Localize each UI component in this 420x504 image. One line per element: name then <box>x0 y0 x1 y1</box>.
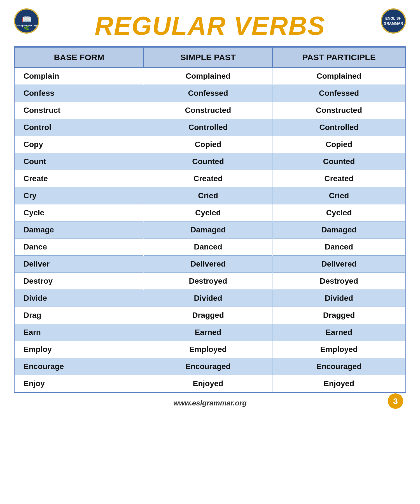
book-icon: 📖 <box>22 15 32 24</box>
cell-past-participle: Destroyed <box>273 273 405 290</box>
cell-past-participle: Delivered <box>273 256 405 273</box>
verbs-table-container: BASE FORM SIMPLE PAST PAST PARTICIPLE Co… <box>14 46 406 393</box>
cell-past-participle: Danced <box>273 239 405 256</box>
cell-past-participle: Counted <box>273 153 405 170</box>
table-row: CreateCreatedCreated <box>15 170 405 187</box>
logo: 📖 ESLgrammar.org 🌿 <box>14 8 39 34</box>
cell-base-form: Drag <box>15 307 143 324</box>
table-row: EarnEarnedEarned <box>15 324 405 341</box>
badge-line2: GRAMMAR <box>384 21 403 26</box>
cell-simple-past: Copied <box>144 136 272 153</box>
cell-base-form: Divide <box>15 290 143 307</box>
cell-simple-past: Divided <box>144 290 272 307</box>
verbs-table: BASE FORM SIMPLE PAST PAST PARTICIPLE Co… <box>15 47 405 392</box>
cell-base-form: Count <box>15 153 143 170</box>
cell-past-participle: Controlled <box>273 119 405 136</box>
page-footer: www.eslgrammar.org 3 <box>6 393 414 410</box>
table-row: CountCountedCounted <box>15 153 405 170</box>
cell-base-form: Control <box>15 119 143 136</box>
cell-base-form: Employ <box>15 341 143 358</box>
cell-past-participle: Constructed <box>273 102 405 119</box>
cell-simple-past: Dragged <box>144 307 272 324</box>
cell-past-participle: Complained <box>273 67 405 85</box>
table-row: EnjoyEnjoyedEnjoyed <box>15 375 405 392</box>
cell-base-form: Complain <box>15 67 143 85</box>
cell-base-form: Construct <box>15 102 143 119</box>
table-row: EncourageEncouragedEncouraged <box>15 358 405 375</box>
cell-base-form: Confess <box>15 85 143 102</box>
cell-simple-past: Cycled <box>144 204 272 221</box>
cell-simple-past: Destroyed <box>144 273 272 290</box>
table-row: ControlControlledControlled <box>15 119 405 136</box>
cell-base-form: Cycle <box>15 204 143 221</box>
table-row: DivideDividedDivided <box>15 290 405 307</box>
cell-simple-past: Encouraged <box>144 358 272 375</box>
cell-base-form: Create <box>15 170 143 187</box>
cell-past-participle: Divided <box>273 290 405 307</box>
cell-base-form: Dance <box>15 239 143 256</box>
cell-past-participle: Enjoyed <box>273 375 405 392</box>
header-past-participle: PAST PARTICIPLE <box>273 47 405 67</box>
cell-simple-past: Danced <box>144 239 272 256</box>
cell-simple-past: Damaged <box>144 221 272 239</box>
cell-simple-past: Controlled <box>144 119 272 136</box>
cell-base-form: Enjoy <box>15 375 143 392</box>
page-number: 3 <box>388 393 403 409</box>
cell-base-form: Copy <box>15 136 143 153</box>
table-row: CryCriedCried <box>15 187 405 204</box>
cell-simple-past: Delivered <box>144 256 272 273</box>
header-simple-past: SIMPLE PAST <box>144 47 272 67</box>
badge-line1: ENGLISH <box>385 16 402 21</box>
table-row: DestroyDestroyedDestroyed <box>15 273 405 290</box>
cell-simple-past: Enjoyed <box>144 375 272 392</box>
table-row: DragDraggedDragged <box>15 307 405 324</box>
footer-url: www.eslgrammar.org <box>173 399 247 407</box>
page-title: REGULAR VERBS <box>95 11 325 41</box>
cell-simple-past: Cried <box>144 187 272 204</box>
cell-simple-past: Employed <box>144 341 272 358</box>
cell-past-participle: Employed <box>273 341 405 358</box>
cell-past-participle: Confessed <box>273 85 405 102</box>
cell-base-form: Destroy <box>15 273 143 290</box>
table-row: CopyCopiedCopied <box>15 136 405 153</box>
cell-simple-past: Complained <box>144 67 272 85</box>
cell-base-form: Earn <box>15 324 143 341</box>
table-row: DamageDamagedDamaged <box>15 221 405 239</box>
table-row: ComplainComplainedComplained <box>15 67 405 85</box>
grammar-badge: ENGLISH GRAMMAR <box>381 8 406 34</box>
table-row: DanceDancedDanced <box>15 239 405 256</box>
cell-simple-past: Earned <box>144 324 272 341</box>
cell-past-participle: Encouraged <box>273 358 405 375</box>
cell-simple-past: Created <box>144 170 272 187</box>
table-header-row: BASE FORM SIMPLE PAST PAST PARTICIPLE <box>15 47 405 67</box>
cell-past-participle: Cried <box>273 187 405 204</box>
table-row: EmployEmployedEmployed <box>15 341 405 358</box>
cell-past-participle: Copied <box>273 136 405 153</box>
table-row: ConfessConfessedConfessed <box>15 85 405 102</box>
cell-past-participle: Created <box>273 170 405 187</box>
cell-simple-past: Confessed <box>144 85 272 102</box>
laurel-icon: 🌿 <box>24 25 29 31</box>
cell-base-form: Damage <box>15 221 143 239</box>
cell-past-participle: Damaged <box>273 221 405 239</box>
table-row: DeliverDeliveredDelivered <box>15 256 405 273</box>
cell-simple-past: Counted <box>144 153 272 170</box>
cell-past-participle: Dragged <box>273 307 405 324</box>
header-base-form: BASE FORM <box>15 47 143 67</box>
cell-base-form: Cry <box>15 187 143 204</box>
table-row: ConstructConstructedConstructed <box>15 102 405 119</box>
cell-base-form: Deliver <box>15 256 143 273</box>
cell-past-participle: Cycled <box>273 204 405 221</box>
table-row: CycleCycledCycled <box>15 204 405 221</box>
page-header: 📖 ESLgrammar.org 🌿 REGULAR VERBS ENGLISH… <box>6 6 414 43</box>
cell-base-form: Encourage <box>15 358 143 375</box>
cell-simple-past: Constructed <box>144 102 272 119</box>
cell-past-participle: Earned <box>273 324 405 341</box>
